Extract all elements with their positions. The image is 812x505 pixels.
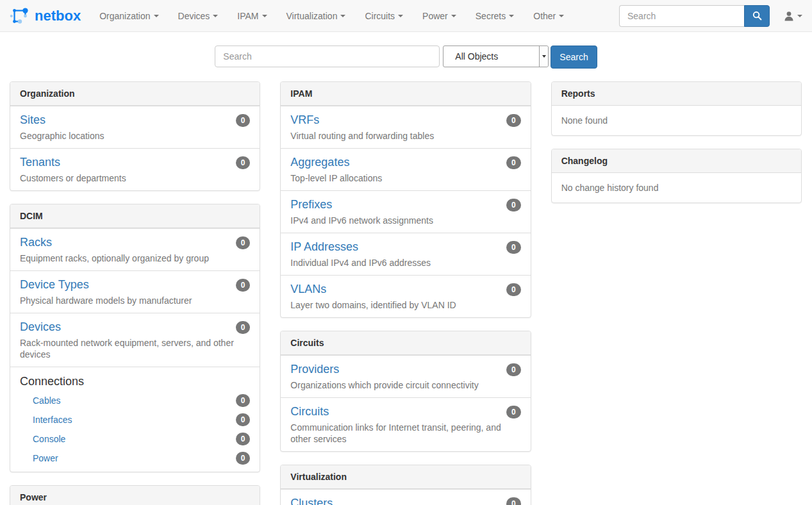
panel-ipam: IPAM VRFs Virtual routing and forwarding…: [280, 81, 531, 318]
select-arrow-strip: [539, 46, 548, 67]
dashboard-column-1: Organization Sites Geographic locations …: [10, 81, 260, 505]
list-item-providers: Providers Organizations which provide ci…: [281, 355, 530, 397]
list-item-devices: Devices Rack-mounted network equipment, …: [10, 313, 260, 367]
reports-empty-message: None found: [552, 106, 801, 135]
panel-dcim: DCIM Racks Equipment racks, optionally o…: [10, 204, 260, 472]
global-search-button[interactable]: Search: [551, 46, 597, 69]
dashboard: Organization Sites Geographic locations …: [0, 81, 812, 505]
tenants-count-badge: 0: [236, 156, 251, 169]
vrfs-description: Virtual routing and forwarding tables: [290, 130, 520, 142]
console-link[interactable]: Console: [33, 434, 65, 444]
connections-row-console: Console 0: [20, 432, 250, 445]
search-scope-selected-value: All Objects: [443, 51, 498, 62]
dashboard-column-2: IPAM VRFs Virtual routing and forwarding…: [280, 81, 531, 505]
netbox-logo-icon: [10, 6, 30, 26]
interfaces-link[interactable]: Interfaces: [33, 415, 72, 425]
aggregates-description: Top-level IP allocations: [290, 172, 520, 184]
aggregates-link[interactable]: Aggregates: [290, 155, 349, 169]
panel-dcim-title: DCIM: [10, 204, 260, 228]
racks-count-badge: 0: [236, 236, 251, 249]
list-item-device-types: Device Types Physical hardware models by…: [10, 270, 260, 313]
console-count-badge: 0: [236, 433, 251, 445]
prefixes-count-badge: 0: [506, 199, 521, 211]
menu-ipam[interactable]: IPAM: [228, 1, 276, 31]
circuits-link[interactable]: Circuits: [290, 404, 329, 418]
caret-down-icon: [559, 15, 564, 17]
vrfs-link[interactable]: VRFs: [290, 113, 319, 127]
panel-power-title: Power: [10, 486, 260, 505]
interfaces-count-badge: 0: [236, 413, 251, 426]
caret-down-icon: [509, 15, 514, 17]
user-menu[interactable]: [784, 11, 802, 21]
panel-virtualization: Virtualization Clusters 0: [280, 465, 531, 505]
menu-power[interactable]: Power: [413, 1, 466, 31]
cables-link[interactable]: Cables: [33, 395, 61, 406]
providers-link[interactable]: Providers: [290, 362, 339, 376]
ip-addresses-description: Individual IPv4 and IPv6 addresses: [290, 257, 520, 269]
caret-down-icon: [340, 15, 345, 17]
panel-organization: Organization Sites Geographic locations …: [10, 81, 260, 191]
sites-count-badge: 0: [236, 114, 251, 127]
list-item-sites: Sites Geographic locations 0: [10, 106, 260, 148]
panel-ipam-title: IPAM: [281, 82, 530, 106]
caret-down-icon: [398, 15, 403, 17]
vrfs-count-badge: 0: [506, 114, 521, 127]
caret-down-icon: [451, 15, 456, 17]
prefixes-link[interactable]: Prefixes: [290, 197, 332, 211]
connections-heading: Connections: [20, 374, 250, 388]
caret-down-icon: [213, 15, 218, 17]
menu-other[interactable]: Other: [524, 1, 574, 31]
global-search-input[interactable]: [215, 46, 440, 67]
navbar-right: [619, 5, 802, 27]
racks-link[interactable]: Racks: [20, 235, 52, 249]
device-types-link[interactable]: Device Types: [20, 277, 89, 292]
user-icon: [784, 11, 794, 21]
list-item-tenants: Tenants Customers or departments 0: [10, 148, 260, 190]
devices-description: Rack-mounted network equipment, servers,…: [20, 337, 241, 360]
main-menu: Organization Devices IPAM Virtualization…: [90, 1, 574, 31]
power-connections-link[interactable]: Power: [33, 453, 58, 463]
list-item-connections: Connections Cables 0 Interfaces 0 Consol…: [10, 367, 260, 472]
menu-circuits[interactable]: Circuits: [355, 1, 413, 31]
power-connections-count-badge: 0: [236, 452, 251, 465]
connections-row-power: Power 0: [20, 451, 250, 465]
list-item-circuits: Circuits Communication links for Interne…: [281, 397, 530, 451]
caret-down-icon: [154, 15, 159, 17]
panel-reports: Reports None found: [551, 81, 802, 136]
menu-organization[interactable]: Organization: [90, 1, 168, 31]
changelog-empty-message: No change history found: [552, 173, 801, 203]
top-navbar: netbox Organization Devices IPAM Virtual…: [0, 0, 812, 32]
panel-circuits-title: Circuits: [281, 331, 530, 355]
ip-addresses-count-badge: 0: [506, 241, 521, 254]
racks-description: Equipment racks, optionally organized by…: [20, 252, 250, 264]
search-scope-select[interactable]: All Objects: [443, 46, 549, 67]
netbox-brand-link[interactable]: netbox: [10, 6, 81, 26]
ip-addresses-link[interactable]: IP Addresses: [290, 240, 358, 254]
devices-link[interactable]: Devices: [20, 320, 61, 334]
panel-power: Power: [10, 485, 260, 505]
aggregates-count-badge: 0: [506, 156, 521, 169]
panel-reports-title: Reports: [552, 82, 801, 106]
tenants-link[interactable]: Tenants: [20, 155, 60, 169]
sites-link[interactable]: Sites: [20, 113, 46, 127]
list-item-ip-addresses: IP Addresses Individual IPv4 and IPv6 ad…: [281, 233, 530, 275]
clusters-count-badge: 0: [506, 497, 521, 505]
clusters-link[interactable]: Clusters: [290, 496, 333, 505]
providers-count-badge: 0: [506, 363, 521, 376]
panel-circuits: Circuits Providers Organizations which p…: [280, 331, 531, 452]
sites-description: Geographic locations: [20, 130, 250, 142]
circuits-count-badge: 0: [506, 406, 521, 418]
cables-count-badge: 0: [236, 394, 251, 407]
panel-changelog-title: Changelog: [552, 149, 801, 173]
menu-secrets[interactable]: Secrets: [466, 1, 524, 31]
caret-down-icon: [797, 15, 802, 17]
navbar-search-button[interactable]: [744, 5, 770, 27]
vlans-link[interactable]: VLANs: [290, 282, 326, 296]
brand-label: netbox: [35, 8, 81, 24]
caret-down-icon: [542, 55, 546, 58]
menu-virtualization[interactable]: Virtualization: [277, 1, 356, 31]
panel-virtualization-title: Virtualization: [281, 465, 530, 489]
global-search-bar: All Objects Search: [0, 46, 812, 69]
menu-devices[interactable]: Devices: [169, 1, 228, 31]
navbar-search-input[interactable]: [619, 5, 744, 27]
